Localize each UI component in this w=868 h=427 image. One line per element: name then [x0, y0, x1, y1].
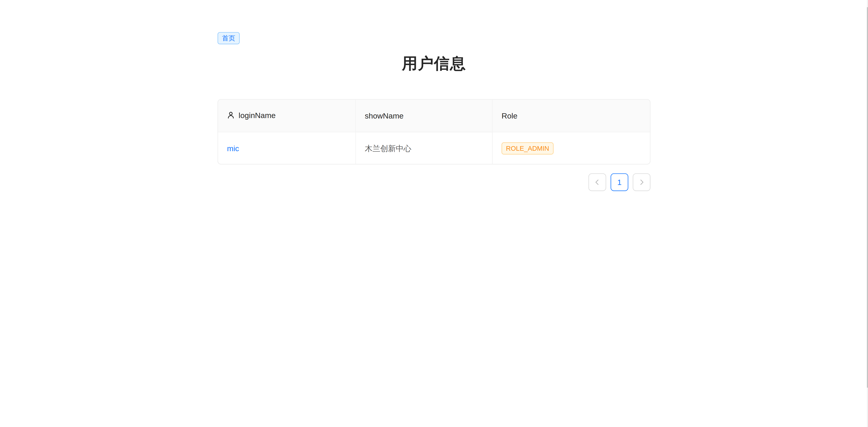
pagination-prev-button[interactable]: [588, 173, 606, 191]
chevron-right-icon: [638, 179, 645, 185]
pagination-page-1-button[interactable]: 1: [611, 173, 628, 191]
column-header-showname-label: showName: [365, 112, 404, 120]
login-name-link[interactable]: mic: [227, 144, 239, 153]
cell-loginname: mic: [218, 132, 356, 164]
viewport: 首页 用户信息: [0, 0, 868, 427]
column-header-loginname: loginName: [218, 100, 356, 132]
page-scrollbar-thumb[interactable]: [867, 7, 868, 388]
home-breadcrumb-tag[interactable]: 首页: [218, 32, 240, 44]
chevron-left-icon: [594, 179, 600, 185]
page-scrollbar-track[interactable]: [867, 0, 868, 427]
users-table: loginName showName Role m: [218, 99, 650, 164]
column-header-role-label: Role: [501, 112, 518, 120]
table-row: mic 木兰创新中心 ROLE_ADMIN: [218, 132, 650, 164]
table-header-row: loginName showName Role: [218, 100, 650, 132]
users-table-wrapper: loginName showName Role m: [218, 99, 650, 164]
page-container: 首页 用户信息: [218, 0, 650, 191]
column-header-role: Role: [493, 100, 650, 132]
pagination-next-button[interactable]: [633, 173, 650, 191]
pagination: 1: [218, 173, 650, 191]
show-name-text: 木兰创新中心: [365, 144, 411, 153]
column-header-showname: showName: [356, 100, 493, 132]
cell-showname: 木兰创新中心: [356, 132, 493, 164]
user-icon: [227, 112, 235, 119]
page-title: 用户信息: [218, 53, 650, 74]
cell-role: ROLE_ADMIN: [493, 132, 650, 164]
pagination-page-1-label: 1: [617, 178, 622, 187]
column-header-loginname-label: loginName: [239, 109, 276, 121]
role-badge: ROLE_ADMIN: [501, 142, 554, 154]
